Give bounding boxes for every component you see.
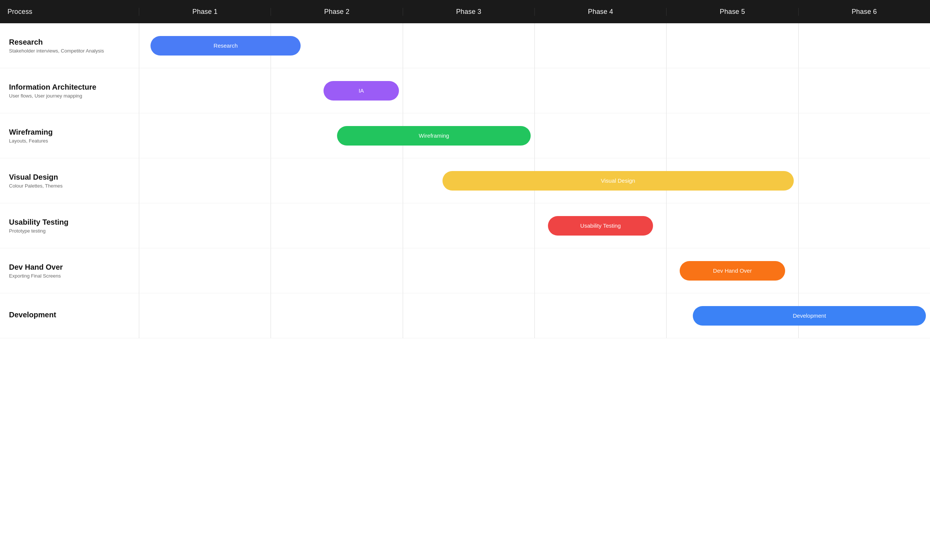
row-subtitle-research: Stakeholder interviews, Competitor Analy…	[9, 48, 130, 54]
phase-cell-wireframing-6	[798, 113, 930, 158]
phase-cell-wireframing-4	[534, 113, 666, 158]
phase-cell-ia-3	[403, 68, 534, 113]
row-title-devhandover: Dev Hand Over	[9, 263, 130, 272]
bar-ia: IA	[323, 81, 399, 101]
header: Process Phase 1 Phase 2 Phase 3 Phase 4 …	[0, 0, 930, 23]
phase-cell-research-3	[403, 23, 534, 68]
phase-cell-devhandover-3	[403, 248, 534, 293]
row-label-usability: Usability TestingPrototype testing	[0, 203, 139, 248]
header-phase4: Phase 4	[534, 8, 666, 16]
row-subtitle-devhandover: Exporting Final Screens	[9, 273, 130, 279]
row-subtitle-usability: Prototype testing	[9, 228, 130, 234]
bar-devhandover: Dev Hand Over	[680, 261, 785, 281]
phase-cell-usability-2	[271, 203, 402, 248]
row-subtitle-ia: User flows, User journey mapping	[9, 93, 130, 99]
row-title-visual-design: Visual Design	[9, 173, 130, 181]
phase-cell-visual-design-3: Visual Design	[403, 158, 534, 203]
phase-cell-usability-5	[666, 203, 798, 248]
phase-cell-wireframing-1	[139, 113, 271, 158]
header-phase1: Phase 1	[139, 8, 271, 16]
bar-usability: Usability Testing	[548, 216, 653, 236]
phase-cell-wireframing-5	[666, 113, 798, 158]
header-phase5: Phase 5	[666, 8, 798, 16]
row-label-development: Development	[0, 293, 139, 338]
phase-cell-development-5: Development	[666, 293, 798, 338]
header-phase3: Phase 3	[403, 8, 534, 16]
row-subtitle-visual-design: Colour Palettes, Themes	[9, 183, 130, 189]
phase-cell-development-2	[271, 293, 402, 338]
phase-cell-visual-design-2	[271, 158, 402, 203]
phase-cell-devhandover-2	[271, 248, 402, 293]
phase-cell-research-6	[798, 23, 930, 68]
row-label-ia: Information ArchitectureUser flows, User…	[0, 68, 139, 113]
row-title-development: Development	[9, 311, 130, 319]
row-title-research: Research	[9, 38, 130, 46]
phase-cell-development-1	[139, 293, 271, 338]
row-label-wireframing: WireframingLayouts, Features	[0, 113, 139, 158]
phase-cell-wireframing-3: Wireframing	[403, 113, 534, 158]
row-title-wireframing: Wireframing	[9, 128, 130, 137]
phase-cell-ia-1	[139, 68, 271, 113]
phase-cell-visual-design-6	[798, 158, 930, 203]
row-label-research: ResearchStakeholder interviews, Competit…	[0, 23, 139, 68]
header-phase2: Phase 2	[271, 8, 402, 16]
phase-cell-research-1: Research	[139, 23, 271, 68]
bar-development: Development	[693, 306, 926, 325]
row-label-devhandover: Dev Hand OverExporting Final Screens	[0, 248, 139, 293]
row-subtitle-wireframing: Layouts, Features	[9, 138, 130, 144]
phase-cell-devhandover-5: Dev Hand Over	[666, 248, 798, 293]
header-process: Process	[0, 8, 139, 16]
row-label-visual-design: Visual DesignColour Palettes, Themes	[0, 158, 139, 203]
phase-cell-visual-design-1	[139, 158, 271, 203]
phase-cell-usability-3	[403, 203, 534, 248]
bar-wireframing: Wireframing	[337, 126, 531, 146]
row-title-ia: Information Architecture	[9, 83, 130, 92]
phase-cell-research-4	[534, 23, 666, 68]
row-title-usability: Usability Testing	[9, 218, 130, 227]
phase-cell-research-5	[666, 23, 798, 68]
phase-cell-development-4	[534, 293, 666, 338]
phase-cell-usability-4: Usability Testing	[534, 203, 666, 248]
phase-cell-devhandover-4	[534, 248, 666, 293]
phase-cell-ia-6	[798, 68, 930, 113]
header-phase6: Phase 6	[798, 8, 930, 16]
phase-cell-usability-6	[798, 203, 930, 248]
gantt-body: ResearchStakeholder interviews, Competit…	[0, 23, 930, 338]
phase-cell-development-3	[403, 293, 534, 338]
phase-cell-ia-5	[666, 68, 798, 113]
bar-visual-design: Visual Design	[442, 171, 794, 190]
phase-cell-ia-4	[534, 68, 666, 113]
phase-cell-usability-1	[139, 203, 271, 248]
phase-cell-ia-2: IA	[271, 68, 402, 113]
bar-research: Research	[151, 36, 300, 55]
phase-cell-devhandover-1	[139, 248, 271, 293]
phase-cell-devhandover-6	[798, 248, 930, 293]
